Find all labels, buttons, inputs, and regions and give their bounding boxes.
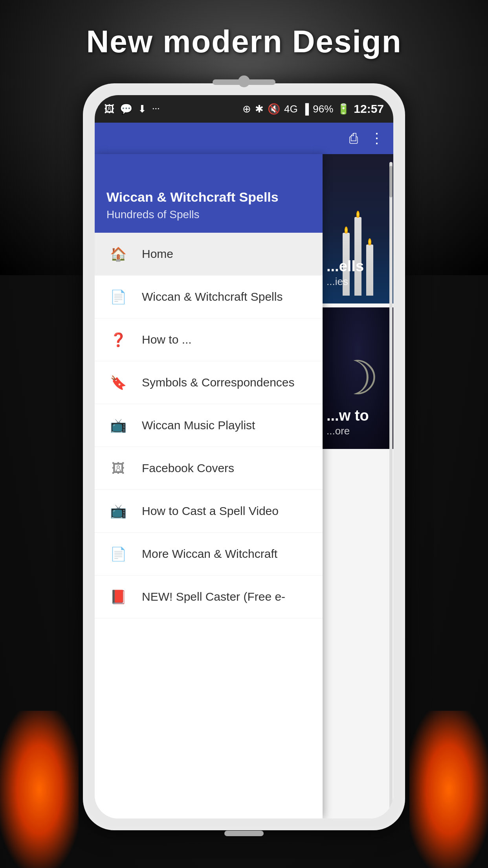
phone-home-button bbox=[224, 831, 264, 836]
image-status-icon: 🖼 bbox=[104, 103, 114, 115]
navigation-drawer: Wiccan & Witchcraft Spells Hundreds of S… bbox=[95, 154, 323, 818]
scrollbar-track[interactable] bbox=[389, 162, 393, 811]
drawer-label-more-wiccan: More Wiccan & Witchcraft bbox=[142, 547, 277, 561]
page-title: New modern Design bbox=[86, 24, 402, 60]
drawer-item-music[interactable]: 📺 Wiccan Music Playlist bbox=[95, 404, 323, 447]
status-time: 12:57 bbox=[354, 102, 384, 116]
more-status-icon: ··· bbox=[152, 103, 160, 115]
document-icon-2: 📄 bbox=[106, 542, 130, 566]
bluetooth-icon: ✱ bbox=[255, 103, 264, 115]
card-2-overlay: ...w to ...ore bbox=[327, 407, 389, 437]
status-left-icons: 🖼 💬 ⬇ ··· bbox=[104, 103, 160, 115]
drawer-item-cast-video[interactable]: 📺 How to Cast a Spell Video bbox=[95, 490, 323, 533]
network-icon: 4G bbox=[284, 103, 298, 115]
card-2-title: ...w to bbox=[327, 407, 389, 425]
document-icon: 📄 bbox=[106, 285, 130, 309]
content-card-2: ☽ ...w to ...ore bbox=[323, 307, 393, 449]
whatsapp-status-icon: 💬 bbox=[120, 103, 132, 115]
drawer-item-wiccan-spells[interactable]: 📄 Wiccan & Witchcraft Spells bbox=[95, 276, 323, 318]
drawer-item-facebook[interactable]: 🖼 Facebook Covers bbox=[95, 447, 323, 490]
home-icon: 🏠 bbox=[106, 242, 130, 266]
phone-screen: 🖼 💬 ⬇ ··· ⊕ ✱ 🔇 4G ▐ 96% 🔋 12:57 ⎙ ⋮ bbox=[95, 95, 393, 818]
card-1-title: ...ells bbox=[327, 257, 389, 276]
drawer-item-more-wiccan[interactable]: 📄 More Wiccan & Witchcraft bbox=[95, 533, 323, 576]
drawer-item-how-to[interactable]: ❓ How to ... bbox=[95, 318, 323, 361]
drawer-app-title: Wiccan & Witchcraft Spells bbox=[106, 189, 311, 205]
battery-icon: 🔋 bbox=[337, 103, 350, 115]
drawer-label-music: Wiccan Music Playlist bbox=[142, 419, 255, 432]
main-content-panel: ...ells ...ies ☽ ...w to ...ore bbox=[323, 154, 393, 818]
card-1-subtitle: ...ies bbox=[327, 276, 389, 288]
status-right-icons: ⊕ ✱ 🔇 4G ▐ 96% 🔋 12:57 bbox=[242, 102, 384, 116]
status-bar: 🖼 💬 ⬇ ··· ⊕ ✱ 🔇 4G ▐ 96% 🔋 12:57 bbox=[95, 95, 393, 123]
card-2-subtitle: ...ore bbox=[327, 425, 389, 437]
content-card-1: ...ells ...ies bbox=[323, 154, 393, 303]
battery-percent: 96% bbox=[313, 103, 333, 115]
drawer-label-spell-caster: NEW! Spell Caster (Free e- bbox=[142, 590, 285, 603]
more-options-icon[interactable]: ⋮ bbox=[370, 130, 384, 147]
drawer-label-cast-video: How to Cast a Spell Video bbox=[142, 504, 279, 518]
scrollbar-thumb[interactable] bbox=[389, 166, 393, 197]
share-icon[interactable]: ⎙ bbox=[349, 130, 358, 147]
phone-frame: 🖼 💬 ⬇ ··· ⊕ ✱ 🔇 4G ▐ 96% 🔋 12:57 ⎙ ⋮ bbox=[83, 83, 405, 830]
drawer-label-home: Home bbox=[142, 247, 173, 261]
card-1-image: ...ells ...ies bbox=[323, 154, 393, 303]
drawer-item-spell-caster[interactable]: 📕 NEW! Spell Caster (Free e- bbox=[95, 576, 323, 618]
app-toolbar: ⎙ ⋮ bbox=[95, 123, 393, 154]
moon-icon: ☽ bbox=[337, 351, 379, 406]
tv-icon-music: 📺 bbox=[106, 414, 130, 437]
card-1-overlay: ...ells ...ies bbox=[327, 257, 389, 288]
drawer-label-how-to: How to ... bbox=[142, 333, 192, 346]
bookmark-icon: 🔖 bbox=[106, 371, 130, 394]
drawer-label-symbols: Symbols & Correspondences bbox=[142, 376, 295, 389]
pdf-icon: 📕 bbox=[106, 585, 130, 609]
question-icon: ❓ bbox=[106, 328, 130, 351]
fire-right bbox=[409, 711, 488, 868]
drawer-item-home[interactable]: 🏠 Home bbox=[95, 233, 323, 276]
tv-icon-video: 📺 bbox=[106, 499, 130, 523]
download-status-icon: ⬇ bbox=[138, 103, 147, 115]
signal-bars-icon: ▐ bbox=[302, 103, 309, 115]
fire-left bbox=[0, 711, 79, 868]
content-area: Wiccan & Witchcraft Spells Hundreds of S… bbox=[95, 154, 393, 818]
image-icon: 🖼 bbox=[106, 456, 130, 480]
drawer-label-facebook: Facebook Covers bbox=[142, 462, 234, 475]
drawer-app-subtitle: Hundreds of Spells bbox=[106, 208, 311, 221]
drawer-label-wiccan-spells: Wiccan & Witchcraft Spells bbox=[142, 290, 283, 303]
zoom-plus-icon: ⊕ bbox=[242, 103, 251, 115]
drawer-menu: 🏠 Home 📄 Wiccan & Witchcraft Spells ❓ Ho… bbox=[95, 233, 323, 818]
drawer-item-symbols[interactable]: 🔖 Symbols & Correspondences bbox=[95, 361, 323, 404]
phone-speaker bbox=[213, 79, 275, 85]
drawer-header: Wiccan & Witchcraft Spells Hundreds of S… bbox=[95, 154, 323, 233]
mute-icon: 🔇 bbox=[268, 103, 280, 115]
